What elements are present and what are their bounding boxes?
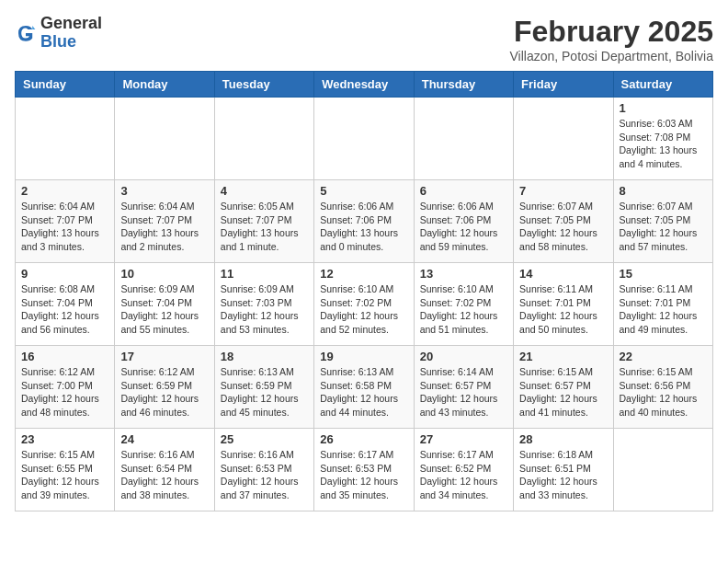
day-info: Sunrise: 6:04 AM Sunset: 7:07 PM Dayligh… <box>120 200 208 254</box>
day-number: 26 <box>320 432 407 446</box>
calendar-cell: 27Sunrise: 6:17 AM Sunset: 6:52 PM Dayli… <box>414 429 513 511</box>
day-number: 12 <box>320 267 407 281</box>
calendar-cell: 11Sunrise: 6:09 AM Sunset: 7:03 PM Dayli… <box>214 263 313 346</box>
calendar-cell: 28Sunrise: 6:18 AM Sunset: 6:51 PM Dayli… <box>514 429 613 511</box>
day-number: 16 <box>21 350 108 363</box>
calendar-cell: 10Sunrise: 6:09 AM Sunset: 7:04 PM Dayli… <box>115 263 214 346</box>
weekday-header: Sunday <box>16 72 115 98</box>
title-block: February 2025 Villazon, Potosi Departmen… <box>509 15 713 63</box>
day-info: Sunrise: 6:15 AM Sunset: 6:55 PM Dayligh… <box>21 448 108 502</box>
day-info: Sunrise: 6:17 AM Sunset: 6:53 PM Dayligh… <box>320 448 407 502</box>
calendar-header-row: SundayMondayTuesdayWednesdayThursdayFrid… <box>16 72 713 98</box>
day-info: Sunrise: 6:17 AM Sunset: 6:52 PM Dayligh… <box>420 448 507 502</box>
calendar-cell <box>514 98 613 180</box>
day-info: Sunrise: 6:07 AM Sunset: 7:05 PM Dayligh… <box>519 200 607 254</box>
day-number: 25 <box>221 432 308 446</box>
day-info: Sunrise: 6:12 AM Sunset: 6:59 PM Dayligh… <box>120 365 208 419</box>
calendar-cell: 1Sunrise: 6:03 AM Sunset: 7:08 PM Daylig… <box>613 98 712 180</box>
calendar-cell: 5Sunrise: 6:06 AM Sunset: 7:06 PM Daylig… <box>314 180 414 263</box>
calendar-cell <box>16 98 115 180</box>
day-number: 6 <box>420 184 507 198</box>
day-info: Sunrise: 6:04 AM Sunset: 7:07 PM Dayligh… <box>21 200 108 254</box>
calendar-cell: 21Sunrise: 6:15 AM Sunset: 6:57 PM Dayli… <box>514 346 613 429</box>
weekday-header: Saturday <box>613 72 712 98</box>
calendar-cell: 17Sunrise: 6:12 AM Sunset: 6:59 PM Dayli… <box>115 346 214 429</box>
day-number: 1 <box>620 101 707 115</box>
day-info: Sunrise: 6:10 AM Sunset: 7:02 PM Dayligh… <box>420 282 507 337</box>
calendar-week-row: 9Sunrise: 6:08 AM Sunset: 7:04 PM Daylig… <box>16 263 713 346</box>
day-info: Sunrise: 6:15 AM Sunset: 6:57 PM Dayligh… <box>519 365 607 419</box>
day-info: Sunrise: 6:03 AM Sunset: 7:08 PM Dayligh… <box>620 117 707 171</box>
weekday-header: Wednesday <box>314 72 414 98</box>
day-info: Sunrise: 6:07 AM Sunset: 7:05 PM Dayligh… <box>620 200 707 254</box>
logo-text: General Blue <box>40 15 102 52</box>
day-info: Sunrise: 6:11 AM Sunset: 7:01 PM Dayligh… <box>620 282 707 337</box>
day-info: Sunrise: 6:14 AM Sunset: 6:57 PM Dayligh… <box>420 365 507 419</box>
calendar-week-row: 23Sunrise: 6:15 AM Sunset: 6:55 PM Dayli… <box>16 429 713 511</box>
day-number: 18 <box>221 350 308 363</box>
logo-icon <box>15 22 37 44</box>
calendar-table: SundayMondayTuesdayWednesdayThursdayFrid… <box>15 71 713 511</box>
calendar-cell: 4Sunrise: 6:05 AM Sunset: 7:07 PM Daylig… <box>214 180 313 263</box>
calendar-cell: 25Sunrise: 6:16 AM Sunset: 6:53 PM Dayli… <box>214 429 313 511</box>
weekday-header: Monday <box>115 72 214 98</box>
day-info: Sunrise: 6:09 AM Sunset: 7:03 PM Dayligh… <box>221 282 308 337</box>
calendar-cell: 13Sunrise: 6:10 AM Sunset: 7:02 PM Dayli… <box>414 263 513 346</box>
calendar-cell: 14Sunrise: 6:11 AM Sunset: 7:01 PM Dayli… <box>514 263 613 346</box>
day-info: Sunrise: 6:16 AM Sunset: 6:53 PM Dayligh… <box>221 448 308 502</box>
calendar-cell: 23Sunrise: 6:15 AM Sunset: 6:55 PM Dayli… <box>16 429 115 511</box>
day-number: 8 <box>620 184 707 198</box>
day-info: Sunrise: 6:11 AM Sunset: 7:01 PM Dayligh… <box>519 282 607 337</box>
month-year: February 2025 <box>509 15 713 49</box>
day-info: Sunrise: 6:15 AM Sunset: 6:56 PM Dayligh… <box>620 365 707 419</box>
day-number: 7 <box>519 184 607 198</box>
day-number: 11 <box>221 267 308 281</box>
day-info: Sunrise: 6:16 AM Sunset: 6:54 PM Dayligh… <box>120 448 208 502</box>
day-number: 28 <box>519 432 607 446</box>
calendar-cell <box>613 429 712 511</box>
weekday-header: Thursday <box>414 72 513 98</box>
calendar-cell <box>314 98 414 180</box>
calendar-cell: 24Sunrise: 6:16 AM Sunset: 6:54 PM Dayli… <box>115 429 214 511</box>
calendar-cell: 8Sunrise: 6:07 AM Sunset: 7:05 PM Daylig… <box>613 180 712 263</box>
day-info: Sunrise: 6:06 AM Sunset: 7:06 PM Dayligh… <box>420 200 507 254</box>
calendar-cell: 15Sunrise: 6:11 AM Sunset: 7:01 PM Dayli… <box>613 263 712 346</box>
logo: General Blue <box>15 15 102 52</box>
weekday-header: Friday <box>514 72 613 98</box>
weekday-header: Tuesday <box>214 72 313 98</box>
day-info: Sunrise: 6:06 AM Sunset: 7:06 PM Dayligh… <box>320 200 407 254</box>
calendar-cell: 19Sunrise: 6:13 AM Sunset: 6:58 PM Dayli… <box>314 346 414 429</box>
calendar-cell: 9Sunrise: 6:08 AM Sunset: 7:04 PM Daylig… <box>16 263 115 346</box>
day-number: 15 <box>620 267 707 281</box>
calendar-week-row: 2Sunrise: 6:04 AM Sunset: 7:07 PM Daylig… <box>16 180 713 263</box>
calendar-week-row: 16Sunrise: 6:12 AM Sunset: 7:00 PM Dayli… <box>16 346 713 429</box>
day-number: 19 <box>320 350 407 363</box>
day-number: 23 <box>21 432 108 446</box>
calendar-cell <box>214 98 313 180</box>
day-number: 5 <box>320 184 407 198</box>
location: Villazon, Potosi Department, Bolivia <box>509 49 713 63</box>
calendar-cell: 7Sunrise: 6:07 AM Sunset: 7:05 PM Daylig… <box>514 180 613 263</box>
logo-general: General <box>40 14 102 32</box>
day-number: 14 <box>519 267 607 281</box>
day-info: Sunrise: 6:12 AM Sunset: 7:00 PM Dayligh… <box>21 365 108 419</box>
day-number: 20 <box>420 350 507 363</box>
calendar-cell <box>115 98 214 180</box>
day-number: 4 <box>221 184 308 198</box>
day-number: 3 <box>120 184 208 198</box>
calendar-cell: 6Sunrise: 6:06 AM Sunset: 7:06 PM Daylig… <box>414 180 513 263</box>
calendar-week-row: 1Sunrise: 6:03 AM Sunset: 7:08 PM Daylig… <box>16 98 713 180</box>
calendar-cell: 26Sunrise: 6:17 AM Sunset: 6:53 PM Dayli… <box>314 429 414 511</box>
day-number: 27 <box>420 432 507 446</box>
day-number: 21 <box>519 350 607 363</box>
day-info: Sunrise: 6:13 AM Sunset: 6:58 PM Dayligh… <box>320 365 407 419</box>
day-number: 13 <box>420 267 507 281</box>
day-info: Sunrise: 6:08 AM Sunset: 7:04 PM Dayligh… <box>21 282 108 337</box>
day-info: Sunrise: 6:09 AM Sunset: 7:04 PM Dayligh… <box>120 282 208 337</box>
day-number: 24 <box>120 432 208 446</box>
calendar-cell: 2Sunrise: 6:04 AM Sunset: 7:07 PM Daylig… <box>16 180 115 263</box>
page-header: General Blue February 2025 Villazon, Pot… <box>15 15 713 63</box>
calendar-cell: 20Sunrise: 6:14 AM Sunset: 6:57 PM Dayli… <box>414 346 513 429</box>
day-info: Sunrise: 6:13 AM Sunset: 6:59 PM Dayligh… <box>221 365 308 419</box>
logo-blue-text: Blue <box>40 32 76 51</box>
